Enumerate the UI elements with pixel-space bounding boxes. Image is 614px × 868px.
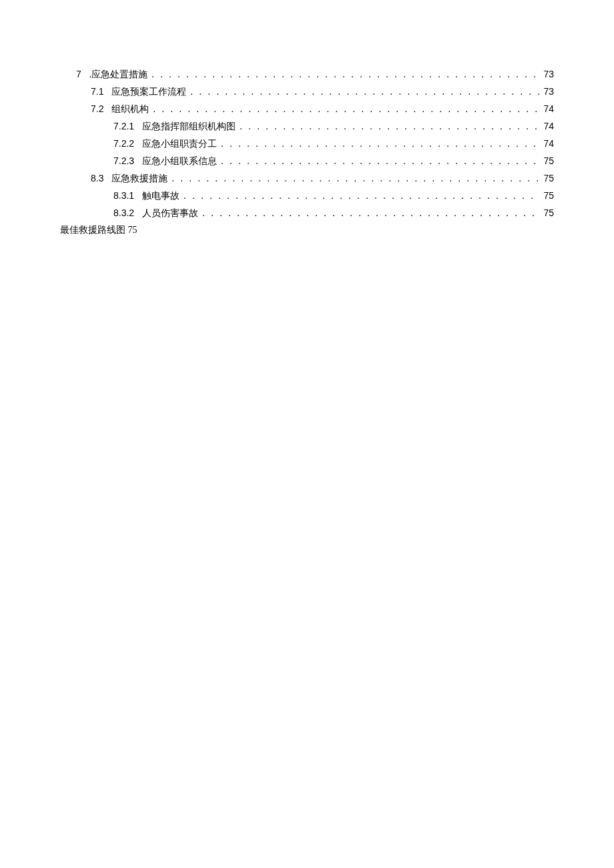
toc-entry: 7.应急处置措施73 xyxy=(60,65,554,83)
toc-entry-page: 73 xyxy=(543,83,554,100)
toc-entry: 8.3.2人员伤害事故75 xyxy=(60,204,554,222)
toc-leader-dots xyxy=(184,187,539,205)
toc-entry-number: 7 xyxy=(76,65,81,83)
toc-entry-page: 74 xyxy=(543,100,554,117)
toc-entry: 8.3应急救援措施75 xyxy=(60,169,554,187)
toc-entry-page: 75 xyxy=(543,204,554,222)
toc-leader-dots xyxy=(151,66,539,83)
toc-entry: 7.1应急预案工作流程73 xyxy=(60,83,554,100)
toc-leader-dots xyxy=(221,135,539,153)
toc-entry-page: 75 xyxy=(543,187,554,204)
toc-entry-page: 74 xyxy=(543,135,554,152)
toc-entry-title: .应急处置措施 xyxy=(89,66,148,83)
toc-entry-title: 触电事故 xyxy=(142,187,180,205)
toc-entry: 8.3.1触电事故75 xyxy=(60,187,554,204)
toc-entry: 7.2.1应急指挥部组织机构图74 xyxy=(60,117,554,135)
toc-entry-title: 应急救援措施 xyxy=(111,170,168,187)
toc-leader-dots xyxy=(190,83,539,101)
toc-entry-number: 7.1 xyxy=(91,83,103,100)
toc-entry-number: 8.3.2 xyxy=(113,204,134,222)
table-of-contents: 7.应急处置措施737.1应急预案工作流程737.2组织机构747.2.1应急指… xyxy=(60,65,554,222)
toc-entry-title: 人员伤害事故 xyxy=(142,205,198,222)
toc-entry-page: 75 xyxy=(543,169,554,187)
toc-entry-number: 8.3 xyxy=(91,169,103,187)
toc-entry-title: 应急预案工作流程 xyxy=(111,83,186,101)
toc-entry-page: 74 xyxy=(543,117,554,135)
toc-entry: 7.2.2应急小组职责分工74 xyxy=(60,135,554,152)
toc-leader-dots xyxy=(202,205,539,222)
toc-leader-dots xyxy=(221,153,539,170)
toc-entry-page: 75 xyxy=(543,152,554,169)
toc-entry-title: 组织机构 xyxy=(111,101,149,118)
document-page: 7.应急处置措施737.1应急预案工作流程737.2组织机构747.2.1应急指… xyxy=(0,0,614,239)
toc-entry-number: 8.3.1 xyxy=(113,187,134,204)
toc-leader-dots xyxy=(240,118,539,135)
toc-tail-line: 最佳救援路线图 75 xyxy=(60,222,554,239)
toc-entry-number: 7.2.3 xyxy=(113,152,134,169)
toc-entry: 7.2.3应急小组联系信息75 xyxy=(60,152,554,169)
toc-leader-dots xyxy=(172,170,539,187)
toc-entry: 7.2组织机构74 xyxy=(60,100,554,117)
toc-entry-number: 7.2 xyxy=(91,100,103,117)
toc-entry-number: 7.2.2 xyxy=(113,135,134,152)
toc-entry-title: 应急小组联系信息 xyxy=(142,153,217,170)
toc-leader-dots xyxy=(153,101,539,118)
toc-entry-title: 应急小组职责分工 xyxy=(142,135,217,153)
toc-entry-page: 73 xyxy=(543,65,554,83)
toc-entry-number: 7.2.1 xyxy=(113,117,134,135)
toc-entry-title: 应急指挥部组织机构图 xyxy=(142,118,236,135)
